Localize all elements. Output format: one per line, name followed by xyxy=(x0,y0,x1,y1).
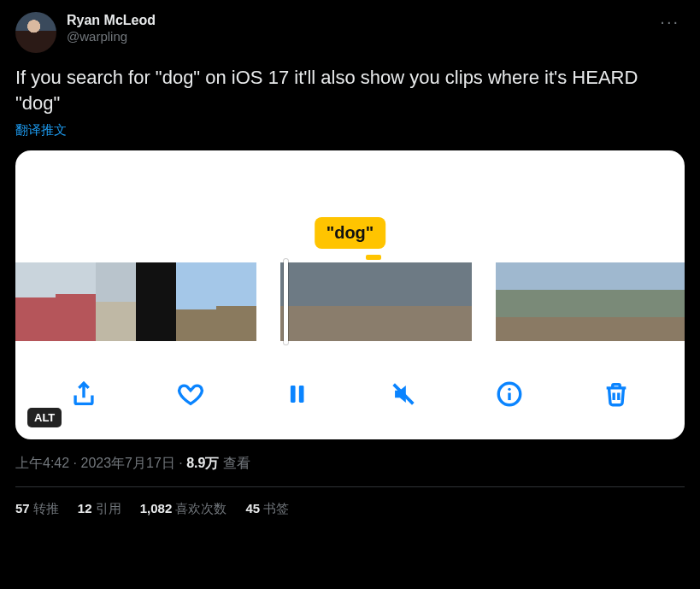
clip-thumb xyxy=(533,262,571,341)
info-icon xyxy=(495,380,524,409)
stat-likes[interactable]: 1,082 喜欢次数 xyxy=(140,501,227,517)
clip-group-active xyxy=(280,262,472,341)
views-count: 8.9万 xyxy=(186,456,219,470)
display-name: Ryan McLeod xyxy=(67,12,655,29)
pause-icon xyxy=(282,380,311,409)
clip-thumb xyxy=(15,262,56,341)
speaker-muted-icon xyxy=(389,380,418,409)
search-term-label: "dog" xyxy=(315,217,386,249)
share-icon xyxy=(69,380,98,409)
clip-group xyxy=(15,262,256,341)
share-button[interactable] xyxy=(65,375,103,413)
alt-badge[interactable]: ALT xyxy=(27,408,62,427)
svg-rect-1 xyxy=(299,386,304,403)
clip-thumb xyxy=(609,262,646,341)
trash-button[interactable] xyxy=(597,375,635,413)
mute-button[interactable] xyxy=(385,375,422,413)
clip-thumb xyxy=(136,262,176,341)
clip-thumb xyxy=(684,262,685,341)
clip-thumb xyxy=(216,262,256,341)
like-button[interactable] xyxy=(172,375,209,413)
tweet-container: Ryan McLeod @warpling ··· If you search … xyxy=(0,0,700,529)
info-button[interactable] xyxy=(491,375,528,413)
tweet-meta: 上午4:42 · 2023年7月17日 · 8.9万 查看 xyxy=(15,455,685,473)
svg-point-3 xyxy=(509,388,511,391)
playhead[interactable] xyxy=(284,259,288,345)
handle: @warpling xyxy=(67,29,655,45)
tweet-time[interactable]: 上午4:42 xyxy=(15,456,69,470)
pause-button[interactable] xyxy=(278,375,315,413)
tweet-header: Ryan McLeod @warpling ··· xyxy=(15,12,685,53)
clip-thumb xyxy=(328,262,376,341)
clip-group xyxy=(496,262,685,341)
clip-thumb xyxy=(424,262,472,341)
translate-link[interactable]: 翻译推文 xyxy=(15,122,67,138)
author-names[interactable]: Ryan McLeod @warpling xyxy=(67,12,655,45)
clip-thumb xyxy=(376,262,424,341)
heart-icon xyxy=(176,380,205,409)
clip-thumb xyxy=(496,262,533,341)
stat-quotes[interactable]: 12 引用 xyxy=(78,501,121,517)
stat-retweets[interactable]: 57 转推 xyxy=(15,501,59,517)
tweet-stats: 57 转推 12 引用 1,082 喜欢次数 45 书签 xyxy=(15,487,685,517)
views-label: 查看 xyxy=(219,456,250,470)
tweet-date[interactable]: 2023年7月17日 xyxy=(80,456,174,470)
clip-thumb xyxy=(571,262,609,341)
clip-thumb xyxy=(56,262,96,341)
clip-thumb xyxy=(96,262,136,341)
svg-rect-0 xyxy=(291,386,296,403)
video-scrubber[interactable] xyxy=(15,262,685,341)
playhead-marker xyxy=(366,255,381,260)
clip-thumb xyxy=(176,262,216,341)
avatar[interactable] xyxy=(15,12,56,53)
clip-thumb xyxy=(646,262,684,341)
more-options-button[interactable]: ··· xyxy=(655,12,685,32)
stat-bookmarks[interactable]: 45 书签 xyxy=(245,501,289,517)
media-card[interactable]: "dog" xyxy=(15,150,685,439)
trash-icon xyxy=(602,380,631,409)
tweet-text: If you search for "dog" on iOS 17 it'll … xyxy=(15,65,685,115)
media-toolbar xyxy=(15,354,685,439)
